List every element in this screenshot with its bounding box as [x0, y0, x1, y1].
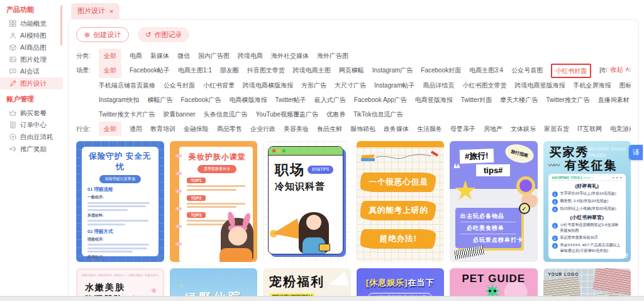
filter-chip[interactable]: 房地产: [484, 122, 502, 136]
tab-close-icon[interactable]: ×: [109, 8, 113, 15]
filter-chip[interactable]: 电商主图1:1: [178, 63, 212, 78]
filter-chip[interactable]: 头条信息流广告: [204, 107, 248, 122]
filter-chip[interactable]: 电商: [130, 48, 142, 63]
collapse-button[interactable]: 收起∧: [607, 65, 630, 74]
filter-chip[interactable]: 食品生鲜: [317, 122, 342, 136]
filter-chip[interactable]: 方形广告: [301, 78, 326, 93]
template-card-buyer-show[interactable]: BUYERS SHOW PRIZES 买家秀 〰〰 有奖征集 HAOPING Y…: [543, 141, 631, 262]
filter-chip[interactable]: Twitter帖子: [275, 93, 306, 107]
filter-chip[interactable]: 教育培训: [150, 122, 175, 136]
filter-chip[interactable]: TikTok信息流广告: [353, 107, 403, 122]
scene-chips: 全部Facebook帖子电商主图1:1朋友圈抖音图文带货跨境电商主图网页横幅In…: [99, 63, 631, 122]
sidebar-item-ai-chat[interactable]: AI会话: [0, 65, 63, 77]
template-card-workplace[interactable]: 职场职场TIPS 冷知识科普: [263, 141, 351, 262]
template-card-insurance[interactable]: 保险守护 安全无忧 保险理赔注意事项 01 理赔流程 一般程序: 所需材料: 0…: [76, 141, 164, 262]
filter-chip[interactable]: 生活服务: [417, 122, 442, 136]
filter-chip[interactable]: 跨境电商竖版海报: [514, 78, 565, 93]
sidebar-item-order-center[interactable]: 订单中心: [0, 119, 63, 131]
filter-chip[interactable]: 优惠券: [326, 107, 345, 122]
filter-chip[interactable]: 商品零售: [217, 122, 242, 136]
insurance-section1: 01 理赔流程: [87, 186, 153, 193]
filter-chip[interactable]: 朋友圈: [220, 63, 239, 78]
tab-image-design[interactable]: 图片设计 ×: [71, 3, 119, 19]
filter-chip[interactable]: 电商主图3:4: [469, 63, 503, 78]
travel-checklist: 出去玩必备物品必吃美食榜单必玩景点榜单打卡: [455, 208, 521, 248]
books-pencil-doodle: [360, 150, 441, 164]
filter-chip[interactable]: Instagram广告: [372, 63, 413, 78]
sidebar-item-ai-model[interactable]: AI模特图: [0, 30, 63, 42]
list-number-badge: 3: [552, 243, 558, 249]
filter-chip[interactable]: 摩天大楼广告: [500, 93, 538, 107]
filter-chip[interactable]: 微信: [177, 48, 190, 63]
filter-chip[interactable]: Twitter推文卡片广告: [99, 107, 155, 122]
create-design-button[interactable]: ⊕ 创建设计: [76, 27, 129, 42]
sidebar-item-bean-usage[interactable]: 自由豆消耗: [0, 131, 63, 143]
filter-chip[interactable]: 公众号首图: [511, 63, 543, 78]
filter-chip[interactable]: 小红书封面: [551, 64, 591, 78]
sparkle-icon: ✧: [179, 282, 184, 289]
filter-chip[interactable]: 电竞游戏: [610, 122, 631, 136]
template-card-travel-tips[interactable]: ❝ #旅行! tips# ❞ 旅行指南 出去玩必备物品必吃美食榜单必玩景点榜单打…: [450, 141, 538, 262]
buyer-panel: HAOPING YOULI ——→ • • • (好评有礼) 1文字评价20字以…: [548, 174, 626, 259]
filter-chip[interactable]: 通用: [130, 122, 142, 136]
sidebar-item-image-design[interactable]: 图片设计: [0, 77, 63, 89]
filter-chip[interactable]: 企业行政: [250, 122, 275, 136]
filter-chip[interactable]: Instagram快拍: [99, 93, 139, 107]
template-card-exam-tips[interactable]: 一个很恶心但是真的能考上研的超绝办法!: [357, 141, 445, 262]
scene-chip-line: Twitter推文卡片广告胶囊banner头条信息流广告YouTube视频覆盖广…: [99, 107, 631, 122]
filter-chip[interactable]: 横幅广告: [147, 93, 172, 107]
filter-chip[interactable]: 图标: [619, 78, 631, 93]
sidebar-item-image-process[interactable]: 图片处理: [0, 54, 63, 65]
filter-chip[interactable]: 电商竖版海报: [415, 93, 453, 107]
filter-chip[interactable]: Facebook封面: [421, 63, 461, 78]
sidebar-item-purchase-plan[interactable]: 购买套餐: [0, 107, 63, 119]
filter-chip[interactable]: 网页横幅: [339, 63, 364, 78]
filter-chip[interactable]: 小红书背景: [203, 78, 235, 93]
translate-button[interactable]: 译: [629, 145, 643, 160]
filter-chip[interactable]: Facebook App广告: [354, 93, 407, 107]
filter-chip[interactable]: 母婴亲子: [450, 122, 475, 136]
filter-chip[interactable]: Twitter封面: [461, 93, 492, 107]
filter-chip[interactable]: 胶囊banner: [163, 107, 195, 122]
filter-chip[interactable]: 手机端店铺首页装修: [99, 78, 155, 93]
sidebar-item-referral-reward[interactable]: 推广奖励: [0, 143, 63, 155]
scene-chip-line: Instagram快拍横幅广告Facebook广告电商横版海报Twitter帖子…: [99, 93, 631, 107]
history-button[interactable]: ↺ 作图记录: [138, 27, 189, 42]
filter-chip[interactable]: 新媒体: [150, 48, 169, 63]
filter-chip[interactable]: IT互联网: [577, 122, 602, 136]
filter-chip[interactable]: 跨境电商主图: [293, 63, 331, 78]
filter-chip[interactable]: 手机全屏海报: [573, 78, 611, 93]
filter-chip[interactable]: Twitter推文广告: [546, 93, 589, 107]
filter-chip[interactable]: 海外社交媒体: [271, 48, 309, 63]
filter-chip[interactable]: 商品详情页: [423, 78, 454, 93]
filter-chip[interactable]: 海外广告图: [317, 48, 348, 63]
filter-chip[interactable]: 全部: [99, 63, 121, 78]
filter-chip[interactable]: 抖音图文带货: [247, 63, 285, 78]
filter-chip[interactable]: 大尺寸广告: [335, 78, 366, 93]
filter-chip[interactable]: 全部: [99, 48, 121, 63]
template-card-skincare[interactable]: 美妆护肤小课堂 夏季肌肤要补水 TOP1TOP2TOP3: [170, 141, 258, 262]
filter-chip[interactable]: 美容美妆: [284, 122, 309, 136]
filter-chip[interactable]: 公众号封面: [164, 78, 195, 93]
filter-chip[interactable]: Facebook帖子: [130, 63, 170, 78]
filter-chip[interactable]: Facebook广告: [180, 93, 221, 107]
filter-chip[interactable]: 跨境电商: [238, 48, 263, 63]
filter-chip[interactable]: 文体娱乐: [511, 122, 536, 136]
filter-chip[interactable]: 直播间素材: [598, 93, 630, 107]
filter-chip[interactable]: 金融保险: [184, 122, 209, 136]
filter-chip[interactable]: 全部: [99, 122, 121, 136]
sidebar-item-overview[interactable]: 功能概览: [0, 18, 63, 30]
sidebar-scrollbar[interactable]: [60, 5, 62, 45]
newspaper-clipping: [592, 268, 631, 295]
sidebar-item-ai-product[interactable]: AI商品图: [0, 42, 63, 54]
filter-chip[interactable]: 嵌入式广告: [314, 93, 346, 107]
filter-chip[interactable]: 电商横版海报: [229, 93, 267, 107]
filter-chip[interactable]: Instagram帖子: [374, 78, 414, 93]
filter-chip[interactable]: 跨境电商横版海报: [243, 78, 293, 93]
filter-chip[interactable]: 小红书图文带货: [462, 78, 506, 93]
filter-chip[interactable]: 服饰箱包: [350, 122, 375, 136]
filter-chip[interactable]: 政务媒体: [384, 122, 409, 136]
filter-chip[interactable]: YouTube视频覆盖广告: [256, 107, 318, 122]
filter-chip[interactable]: 家居百货: [544, 122, 569, 136]
filter-chip[interactable]: 国内广告图: [198, 48, 230, 63]
